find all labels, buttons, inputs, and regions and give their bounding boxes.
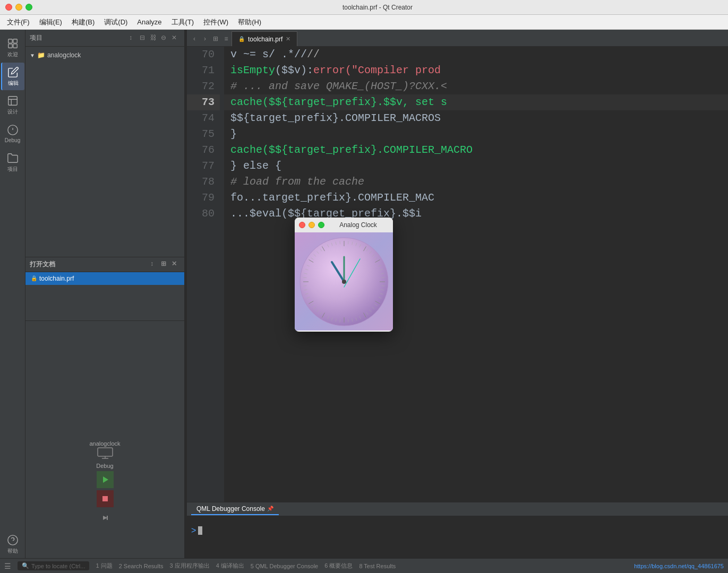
menu-analyze[interactable]: Analyze — [133, 16, 166, 28]
tab-close-icon[interactable]: ✕ — [286, 36, 290, 42]
line-num-71: 71 — [187, 63, 220, 79]
open-docs-panel: 打开文档 ↕ ⊞ ✕ 🔒 toolchain.prf — [25, 257, 184, 320]
menu-file[interactable]: 文件(F) — [3, 16, 34, 29]
code-line-76: cache($${target_prefix}.COMPILER_MACRO — [224, 142, 728, 158]
status-qml-console[interactable]: 5 QML Debugger Console — [251, 563, 318, 569]
svg-point-5 — [7, 535, 17, 544]
line-num-70: 70 — [187, 47, 220, 63]
close-button[interactable] — [5, 4, 12, 11]
next-button[interactable] — [97, 509, 114, 526]
title-bar: toolchain.prf - Qt Creator — [0, 0, 728, 15]
line-num-77: 77 — [187, 158, 220, 174]
sidebar-item-welcome[interactable]: 欢迎 — [1, 34, 24, 62]
collapse-icon[interactable]: ⊖ — [161, 34, 169, 42]
filter-icon[interactable]: ⊟ — [140, 34, 148, 42]
status-app-output[interactable]: 3 应用程序输出 — [169, 562, 209, 570]
console-prompt: > — [191, 526, 196, 535]
tab-label-toolchain: toolchain.prf — [248, 36, 282, 43]
code-editor[interactable]: 70 71 72 73 74 75 76 77 78 79 80 v ~= s/… — [187, 47, 728, 502]
line-num-74: 74 — [187, 110, 220, 126]
console-cursor[interactable] — [198, 526, 202, 535]
link-icon[interactable]: ⛓ — [150, 34, 159, 42]
run-button[interactable] — [97, 471, 114, 488]
status-test-results[interactable]: 8 Test Results — [359, 563, 396, 569]
clock-titlebar: Analog Clock — [295, 218, 393, 232]
sidebar-label-project: 项目 — [7, 166, 18, 173]
lock-icon: 🔒 — [31, 275, 37, 281]
open-doc-toolchain[interactable]: 🔒 toolchain.prf — [25, 272, 184, 285]
folder-icon: 📁 — [37, 51, 45, 59]
svg-rect-2 — [8, 44, 12, 47]
code-line-77: } else { — [224, 158, 728, 174]
tab-nav-prev[interactable]: ‹ — [189, 31, 200, 46]
code-token: # load from the cache — [230, 174, 364, 190]
open-docs-collapse-icon[interactable]: ⊞ — [161, 260, 169, 268]
stop-button[interactable] — [97, 490, 114, 507]
tab-nav-split[interactable]: ⊞ — [210, 31, 221, 46]
line-num-80: 80 — [187, 206, 220, 222]
line-num-73: 73 — [187, 94, 220, 110]
tree-arrow: ▼ — [30, 53, 35, 58]
analog-clock-window: Analog Clock — [295, 218, 393, 332]
open-docs-sync-icon[interactable]: ↕ — [150, 260, 159, 268]
menu-tools[interactable]: 工具(T) — [167, 16, 199, 29]
status-problems[interactable]: 1 问题 — [96, 562, 112, 570]
sidebar-label-edit: 编辑 — [8, 80, 19, 87]
code-token: isEmpty — [230, 63, 275, 79]
run-app-info: analogclock Debug — [89, 440, 120, 469]
tab-nav-options[interactable]: ≡ — [221, 31, 232, 46]
code-line-70: v ~= s/ .*//// — [224, 47, 728, 63]
close-panel-icon[interactable]: ✕ — [172, 34, 180, 42]
sidebar-label-design: 设计 — [7, 108, 18, 116]
run-debug-label: Debug — [89, 463, 120, 469]
code-token: cache($${target_prefix}.$$v, set s — [230, 94, 447, 110]
bottom-tab-label-qml: QML Debugger Console — [196, 505, 265, 513]
sidebar-item-edit[interactable]: 编辑 — [1, 63, 24, 90]
clock-face-container — [295, 232, 393, 331]
clock-center — [342, 280, 346, 284]
menu-controls[interactable]: 控件(W) — [199, 16, 233, 29]
traffic-lights — [5, 4, 32, 11]
minimize-button[interactable] — [15, 4, 22, 11]
tab-nav-next[interactable]: › — [200, 31, 210, 46]
sidebar-item-design[interactable]: 设计 — [1, 91, 24, 119]
clock-minimize-button[interactable] — [309, 222, 315, 228]
clock-maximize-button[interactable] — [318, 222, 324, 228]
sidebar-label-debug: Debug — [5, 137, 20, 143]
run-buttons — [97, 471, 114, 526]
menu-debug[interactable]: 调试(D) — [100, 16, 132, 29]
open-docs-header: 打开文档 ↕ ⊞ ✕ — [25, 257, 184, 272]
maximize-button[interactable] — [25, 4, 32, 11]
open-docs-close-icon[interactable]: ✕ — [172, 260, 180, 268]
status-left-toggle[interactable]: ☰ — [4, 562, 11, 570]
bottom-content: > — [187, 516, 728, 544]
svg-rect-0 — [8, 39, 12, 42]
menu-build[interactable]: 构建(B) — [67, 16, 99, 29]
status-url[interactable]: https://blog.csdn.net/qq_44861675 — [634, 563, 724, 569]
code-token: cache($${target_prefix}.COMPILER_MACRO — [230, 142, 473, 158]
code-line-78: # load from the cache — [224, 174, 728, 190]
status-search[interactable]: 🔍 Type to locate (Ctrl... — [18, 561, 89, 570]
code-line-79: fo ...target_prefix}.COMPILER_MAC — [224, 190, 728, 206]
code-line-73: cache($${target_prefix}.$$v, set s — [224, 94, 728, 110]
clock-close-button[interactable] — [299, 222, 305, 228]
svg-marker-9 — [103, 516, 107, 520]
sync-icon[interactable]: ↕ — [129, 34, 138, 42]
status-compile-output[interactable]: 4 编译输出 — [216, 562, 244, 570]
sidebar-item-debug[interactable]: Debug — [1, 120, 24, 147]
sidebar-item-project[interactable]: 项目 — [1, 149, 24, 176]
project-panel-header: 项目 ↕ ⊟ ⛓ ⊖ ✕ — [25, 30, 184, 47]
svg-rect-1 — [13, 39, 16, 42]
tree-item-analogclock[interactable]: ▼ 📁 analogclock — [25, 49, 184, 62]
status-search-results[interactable]: 2 Search Results — [119, 563, 164, 569]
status-toggle-icon[interactable]: ☰ — [4, 562, 11, 570]
editor-tab-toolchain[interactable]: 🔒 toolchain.prf ✕ — [232, 31, 297, 46]
menu-help[interactable]: 帮助(H) — [234, 16, 265, 29]
line-num-75: 75 — [187, 126, 220, 142]
menu-edit[interactable]: 编辑(E) — [35, 16, 66, 29]
bottom-tab-qml[interactable]: QML Debugger Console 📌 — [191, 503, 279, 515]
svg-rect-6 — [98, 448, 113, 456]
code-token: } — [230, 126, 237, 142]
sidebar-item-help[interactable]: 帮助 — [1, 531, 24, 558]
status-overview[interactable]: 6 概要信息 — [324, 562, 353, 570]
